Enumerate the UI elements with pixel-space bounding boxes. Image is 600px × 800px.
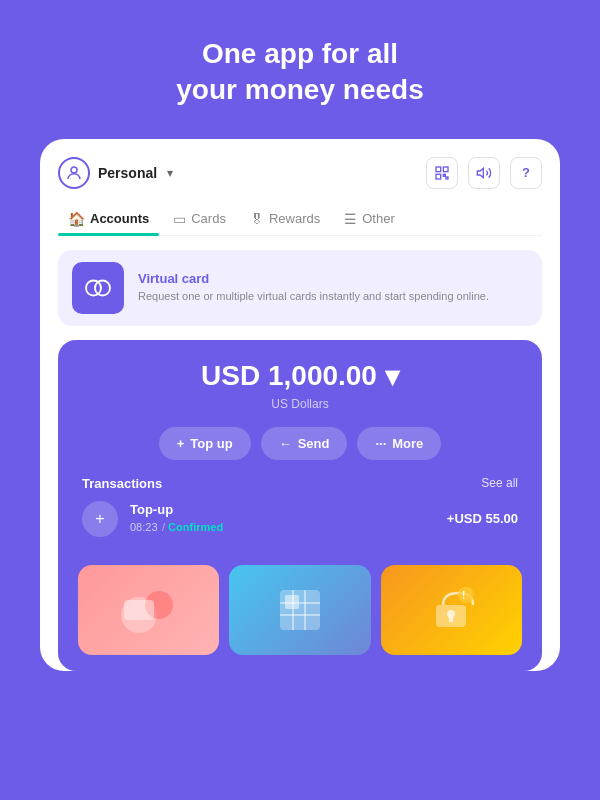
svg-point-7 [86,280,101,295]
svg-text:!: ! [462,590,465,601]
bottom-card-3[interactable]: ! [381,565,522,655]
action-buttons: + Top up ← Send ··· More [78,427,522,460]
more-icon: ··· [375,436,386,451]
more-button[interactable]: ··· More [357,427,441,460]
main-card: Personal ▾ ? [40,139,560,671]
tab-accounts[interactable]: 🏠 Accounts [58,203,159,235]
bottom-card-1-illustration [78,565,219,655]
transaction-name: Top-up [130,502,435,517]
svg-rect-5 [446,177,448,179]
rewards-icon: 🎖 [250,211,264,227]
transaction-info: Top-up 08:23 / Confirmed [130,502,435,535]
svg-point-0 [71,167,77,173]
svg-point-21 [458,587,474,603]
transaction-amount: +USD 55.00 [447,511,518,526]
bottom-card-3-illustration: ! [381,565,522,655]
tabs-bar: 🏠 Accounts ▭ Cards 🎖 Rewards ☰ Other [58,203,542,236]
profile-chevron-icon: ▾ [167,166,173,180]
virtual-card-description: Request one or multiple virtual cards in… [138,289,489,304]
svg-rect-3 [436,174,441,179]
topup-button[interactable]: + Top up [159,427,251,460]
virtual-card-banner[interactable]: Virtual card Request one or multiple vir… [58,250,542,326]
profile-area[interactable]: Personal ▾ [58,157,173,189]
balance-value: USD 1,000.00 [201,360,377,392]
topup-icon: + [177,436,185,451]
top-icons: ? [426,157,542,189]
speaker-icon[interactable] [468,157,500,189]
transactions-title: Transactions [82,476,162,491]
virtual-card-icon [72,262,124,314]
svg-marker-6 [477,168,483,177]
bottom-card-2-illustration [229,565,370,655]
svg-rect-1 [436,167,441,172]
transaction-meta: 08:23 / Confirmed [130,517,435,535]
bottom-card-1[interactable] [78,565,219,655]
virtual-card-title: Virtual card [138,271,489,286]
tab-other[interactable]: ☰ Other [334,203,405,235]
accounts-icon: 🏠 [68,211,85,227]
tab-cards[interactable]: ▭ Cards [163,203,236,235]
transactions-header: Transactions See all [78,476,522,491]
other-icon: ☰ [344,211,357,227]
qr-icon[interactable] [426,157,458,189]
hero-title: One app for all your money needs [136,36,463,109]
see-all-link[interactable]: See all [481,476,518,490]
svg-rect-2 [443,167,448,172]
tab-rewards[interactable]: 🎖 Rewards [240,203,330,235]
svg-point-8 [95,280,110,295]
send-icon: ← [279,436,292,451]
top-bar: Personal ▾ ? [58,157,542,189]
svg-rect-20 [449,617,453,622]
balance-label: US Dollars [78,397,522,411]
svg-rect-17 [285,595,299,609]
bottom-card-2[interactable] [229,565,370,655]
balance-amount[interactable]: USD 1,000.00 ▾ [78,360,522,393]
help-icon[interactable]: ? [510,157,542,189]
send-button[interactable]: ← Send [261,427,348,460]
virtual-card-text: Virtual card Request one or multiple vir… [138,271,489,304]
svg-point-19 [447,610,455,618]
transaction-icon: + [82,501,118,537]
profile-label: Personal [98,165,157,181]
svg-rect-4 [443,174,445,176]
balance-card: USD 1,000.00 ▾ US Dollars + Top up ← Sen… [58,340,542,671]
cards-icon: ▭ [173,211,186,227]
svg-rect-11 [124,600,154,620]
profile-icon [58,157,90,189]
transaction-item: + Top-up 08:23 / Confirmed +USD 55.00 [78,501,522,551]
bottom-cards: ! [78,551,522,655]
balance-chevron-icon: ▾ [385,360,399,393]
